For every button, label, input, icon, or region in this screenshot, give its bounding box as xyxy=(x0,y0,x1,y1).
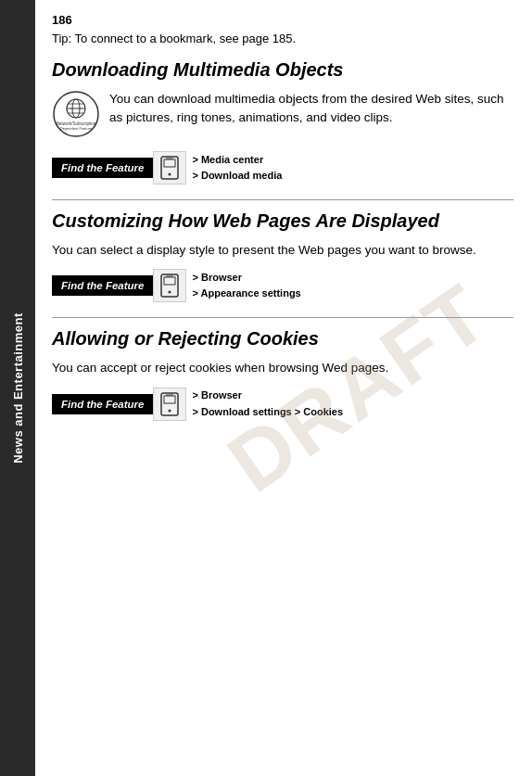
tip-text: Tip: To connect to a bookmark, see page … xyxy=(52,31,513,47)
find-feature-label-customizing: Find the Feature xyxy=(52,275,153,296)
body-text-cookies: You can accept or reject cookies when br… xyxy=(52,359,513,377)
section-heading-customizing: Customizing How Web Pages Are Displayed xyxy=(52,210,513,232)
svg-rect-19 xyxy=(166,394,173,395)
section-divider-1 xyxy=(52,199,513,200)
sidebar: News and Entertainment xyxy=(0,0,35,776)
phone-icon-cookies xyxy=(153,388,186,421)
svg-rect-11 xyxy=(166,159,173,159)
section-divider-2 xyxy=(52,317,513,318)
svg-rect-13 xyxy=(164,277,175,285)
svg-point-14 xyxy=(169,291,171,294)
svg-point-10 xyxy=(169,173,171,176)
main-content: 186 Tip: To connect to a bookmark, see p… xyxy=(35,0,532,776)
find-feature-label-downloading: Find the Feature xyxy=(52,158,153,178)
path-item-browser-2: Browser xyxy=(192,388,343,404)
path-item-2: Download media xyxy=(192,168,282,184)
svg-point-18 xyxy=(169,409,171,412)
body-text-downloading: You can download multimedia objects from… xyxy=(109,90,513,128)
find-feature-path-downloading: Media center Download media xyxy=(186,152,282,184)
svg-rect-17 xyxy=(164,396,175,403)
path-item-browser-1: Browser xyxy=(192,270,300,286)
find-feature-row-cookies: Find the Feature Browser Download settin… xyxy=(52,388,513,421)
section-heading-downloading: Downloading Multimedia Objects xyxy=(52,58,513,81)
phone-icon-downloading xyxy=(153,151,186,184)
phone-icon-customizing xyxy=(153,269,186,302)
path-item-download-cookies: Download settings > Cookies xyxy=(192,404,343,421)
network-subscription-icon: Network/Subscription Dependent Feature xyxy=(52,90,100,138)
svg-rect-9 xyxy=(164,159,175,167)
find-feature-path-customizing: Browser Appearance settings xyxy=(186,270,300,302)
find-feature-row-downloading: Find the Feature Media center Download m… xyxy=(52,151,513,184)
page-container: News and Entertainment DRAFT 186 Tip: To… xyxy=(0,0,532,776)
find-feature-path-cookies: Browser Download settings > Cookies xyxy=(186,388,343,420)
path-item-1: Media center xyxy=(192,152,282,169)
page-number: 186 xyxy=(52,13,513,27)
find-feature-label-cookies: Find the Feature xyxy=(52,394,153,414)
intro-row-downloading: Network/Subscription Dependent Feature Y… xyxy=(52,90,513,138)
sidebar-label: News and Entertainment xyxy=(11,312,25,464)
svg-text:Dependent Feature: Dependent Feature xyxy=(60,126,93,131)
svg-rect-15 xyxy=(166,276,173,277)
path-item-appearance: Appearance settings xyxy=(192,286,300,302)
body-text-customizing: You can select a display style to presen… xyxy=(52,241,513,260)
section-heading-cookies: Allowing or Rejecting Cookies xyxy=(52,327,513,350)
find-feature-row-customizing: Find the Feature Browser Appearance sett… xyxy=(52,269,513,302)
